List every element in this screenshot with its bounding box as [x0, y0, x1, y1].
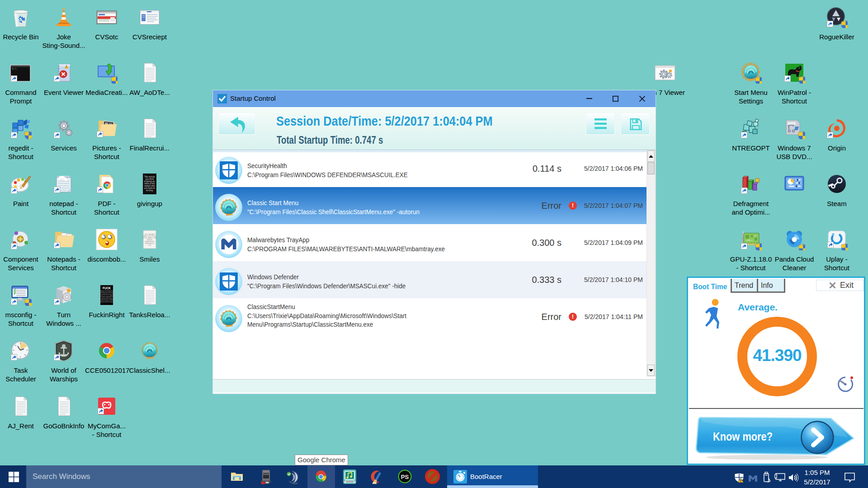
svg-text:what you think im about: what you think im about [100, 301, 113, 303]
svg-text:C:\.: C:\. [12, 68, 18, 70]
svg-text:so long.: so long. [146, 189, 153, 192]
svg-text:FUCK: FUCK [103, 286, 111, 290]
svg-text:PS: PS [401, 474, 409, 480]
svg-text:Know more?: Know more? [713, 430, 773, 443]
svg-text:YOU.: YOU. [148, 244, 151, 246]
